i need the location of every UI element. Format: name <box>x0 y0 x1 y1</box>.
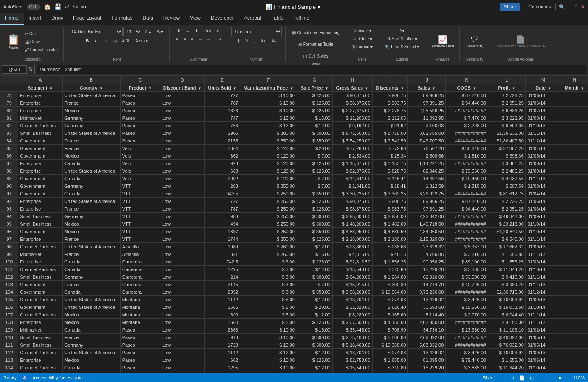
sales-header[interactable]: Sales ▼ <box>408 84 446 92</box>
cell-J99[interactable]: 4,766.85 <box>408 250 446 258</box>
cell-D91[interactable]: Low <box>160 190 204 198</box>
cell-N92[interactable] <box>561 198 588 205</box>
cell-C88[interactable]: Velo <box>120 167 160 175</box>
cell-F102[interactable]: $ 3.00 <box>240 273 297 281</box>
cell-K78[interactable]: $ 87,240.00 <box>446 92 488 99</box>
cell-B93[interactable]: France <box>63 205 121 213</box>
cell-M81[interactable]: 01/08/14 <box>525 114 561 122</box>
col-header-F[interactable]: F <box>240 76 297 84</box>
cell-B94[interactable]: Germany <box>63 213 121 220</box>
cell-G102[interactable]: $ 300.00 <box>297 273 332 281</box>
cell-N107[interactable] <box>561 311 588 319</box>
cell-B86[interactable]: Mexico <box>63 152 121 160</box>
cell-K104[interactable]: ############ <box>446 288 488 296</box>
cell-A115[interactable]: Enterprise <box>18 371 63 374</box>
cell-J115[interactable]: 99,102.50 <box>408 371 446 374</box>
cell-D86[interactable]: Low <box>160 152 204 160</box>
row-number[interactable]: 82 <box>0 122 18 129</box>
cell-H86[interactable]: $ 2,534.00 <box>332 152 372 160</box>
cell-N99[interactable] <box>561 250 588 258</box>
cell-N86[interactable] <box>561 152 588 160</box>
segment-header[interactable]: Segment ▼ <box>18 84 63 92</box>
comments-button[interactable]: Comments <box>524 3 555 11</box>
cell-I101[interactable]: $ 310.80 <box>372 266 408 273</box>
row-number[interactable]: 78 <box>0 92 18 99</box>
cell-J78[interactable]: 89,966.25 <box>408 92 446 99</box>
cell-N110[interactable] <box>561 334 588 341</box>
cell-I107[interactable]: $ 165.60 <box>372 311 408 319</box>
cell-I100[interactable]: $ 1,856.25 <box>372 258 408 266</box>
units-filter[interactable]: ▼ <box>233 87 236 90</box>
cell-N94[interactable] <box>561 213 588 220</box>
cell-K93[interactable]: $ 94,440.00 <box>446 205 488 213</box>
cell-G84[interactable]: $ 350.00 <box>297 137 332 145</box>
cell-N91[interactable] <box>561 190 588 198</box>
cell-K103[interactable]: $ 10,725.00 <box>446 281 488 288</box>
page-layout-icon[interactable]: 📄 <box>519 375 525 381</box>
cell-L79[interactable]: $ 2,951.25 <box>488 99 525 107</box>
cell-M100[interactable]: 01/03/14 <box>525 258 561 266</box>
cell-G87[interactable]: $ 125.00 <box>297 160 332 167</box>
text-direction-button[interactable]: ab↗ <box>201 27 213 34</box>
close-icon[interactable]: ✕ <box>581 4 585 10</box>
cell-B113[interactable]: Mexico <box>63 356 121 364</box>
cell-M98[interactable]: 01/09/13 <box>525 243 561 250</box>
row-number[interactable]: 80 <box>0 107 18 114</box>
cell-L91[interactable]: $ 81,612.75 <box>488 190 525 198</box>
cell-C83[interactable]: Paseo <box>120 129 160 137</box>
cell-J94[interactable]: 2,92,842.00 <box>408 213 446 220</box>
home-icon[interactable]: 🏠 <box>44 3 51 10</box>
cell-H87[interactable]: $ 1,15,375.00 <box>332 160 372 167</box>
normal-view-icon[interactable]: ⊞ <box>510 375 514 381</box>
cell-L80[interactable]: $ 6,836.25 <box>488 107 525 114</box>
cell-M103[interactable]: 01/11/13 <box>525 281 561 288</box>
cell-D85[interactable]: Low <box>160 145 204 152</box>
ribbon-tab-view[interactable]: View <box>185 13 206 25</box>
cell-L111[interactable]: $ 76,032.00 <box>488 341 525 349</box>
cell-J102[interactable]: 62,916.00 <box>408 273 446 281</box>
row-number[interactable]: 102 <box>0 273 18 281</box>
autosave-toggle[interactable]: OFF <box>27 4 40 10</box>
cell-J87[interactable]: 1,14,221.25 <box>408 160 446 167</box>
cell-J113[interactable]: 81,095.00 <box>408 356 446 364</box>
saleprice-header[interactable]: Sale Price ▼ <box>297 84 332 92</box>
cell-E82[interactable]: 766 <box>205 122 240 129</box>
ribbon-tab-formulas[interactable]: Formulas <box>106 13 137 25</box>
cell-J92[interactable]: 89,966.25 <box>408 198 446 205</box>
cell-B100[interactable]: Canada <box>63 258 121 266</box>
profit-header[interactable]: Profit ▼ <box>488 84 525 92</box>
cell-E111[interactable]: 1728 <box>205 341 240 349</box>
cell-I99[interactable]: $ 48.15 <box>372 250 408 258</box>
cell-F114[interactable]: $ 10.00 <box>240 364 297 371</box>
cell-C115[interactable]: Paseo <box>120 371 160 374</box>
cell-J107[interactable]: 8,114.40 <box>408 311 446 319</box>
ribbon-tab-home[interactable]: Home <box>0 13 24 25</box>
cell-M78[interactable]: 01/06/14 <box>525 92 561 99</box>
cell-F106[interactable]: $ 5.00 <box>240 303 297 311</box>
cell-H99[interactable]: $ 4,815.00 <box>332 250 372 258</box>
cell-A85[interactable]: Government <box>18 145 63 152</box>
cell-J85[interactable]: 76,507.20 <box>408 145 446 152</box>
format-table-button[interactable]: ⊞ Format as Table <box>290 39 342 50</box>
cell-A96[interactable]: Government <box>18 228 63 235</box>
cell-D98[interactable]: Low <box>160 243 204 250</box>
cell-D111[interactable]: Low <box>160 341 204 349</box>
cell-E87[interactable]: 923 <box>205 160 240 167</box>
cell-I98[interactable]: $ 238.68 <box>372 243 408 250</box>
cell-D78[interactable]: Low <box>160 92 204 99</box>
cell-N82[interactable] <box>561 122 588 129</box>
formula-input[interactable]: Baumbach - Schulist <box>37 65 586 74</box>
cell-C108[interactable]: Montana <box>120 319 160 326</box>
cell-D81[interactable]: Low <box>160 114 204 122</box>
cell-C79[interactable]: Paseo <box>120 99 160 107</box>
row-number[interactable]: 111 <box>0 341 18 349</box>
mfg-header[interactable]: Manufacturing Price ▼ <box>240 84 297 92</box>
cell-G108[interactable]: $ 125.00 <box>297 319 332 326</box>
cell-A105[interactable]: Channel Partners <box>18 296 63 303</box>
cell-L96[interactable]: $1,20,840.50 <box>488 228 525 235</box>
cell-L82[interactable]: $ 6,802.08 <box>488 122 525 129</box>
col-header-D[interactable]: D <box>160 76 204 84</box>
decrease-decimal-button[interactable]: .0- <box>268 37 278 45</box>
cell-L84[interactable]: $1,86,407.50 <box>488 137 525 145</box>
cell-styles-button[interactable]: ▢ Cell Styles <box>290 50 342 61</box>
